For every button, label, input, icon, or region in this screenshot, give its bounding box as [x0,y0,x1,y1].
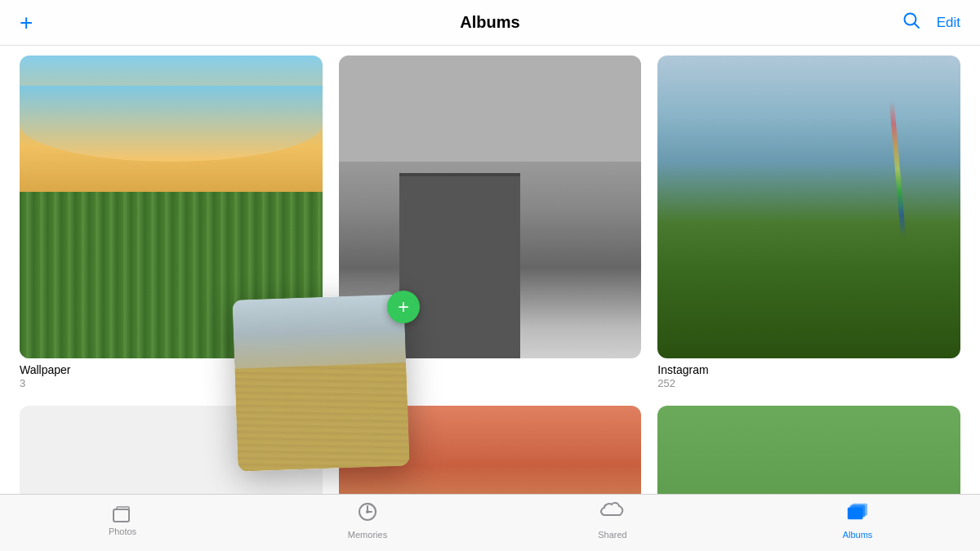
svg-point-4 [366,510,369,513]
main-content: Wallpaper 3 Boom Instagram 252 [0,46,980,494]
shared-icon [599,500,626,527]
svg-line-1 [914,23,919,28]
album-item-camper[interactable] [657,406,960,494]
tab-photos-label: Photos [109,527,136,536]
tab-shared[interactable]: Shared [490,500,735,540]
tab-memories[interactable]: Memories [245,500,490,540]
header-actions: Edit [902,11,960,34]
album-name-instagram: Instagram [657,363,960,376]
albums-icon [846,500,869,527]
photos-icon [111,504,134,523]
drag-overlay-image [232,294,409,471]
album-count-instagram: 252 [657,377,960,389]
search-icon[interactable] [902,11,920,34]
tab-albums[interactable]: Albums [735,500,980,540]
edit-button[interactable]: Edit [937,15,960,31]
album-item-instagram[interactable]: Instagram 252 [657,56,960,389]
drag-plus-button[interactable]: + [387,291,420,323]
page-title: Albums [460,13,519,32]
tab-shared-label: Shared [598,530,626,540]
tab-albums-label: Albums [843,530,873,540]
tab-photos[interactable]: Photos [0,504,245,536]
album-thumb-camper [657,406,960,494]
tab-bar: Photos Memories Shared [0,494,980,551]
header: + Albums Edit [0,0,980,46]
tab-memories-label: Memories [348,530,387,540]
svg-rect-2 [114,509,129,522]
albums-grid: Wallpaper 3 Boom Instagram 252 [20,56,960,494]
album-thumb-instagram [657,56,960,358]
drag-overlay [232,294,409,471]
add-button[interactable]: + [20,11,33,34]
memories-icon [356,500,379,527]
svg-rect-7 [852,503,867,515]
